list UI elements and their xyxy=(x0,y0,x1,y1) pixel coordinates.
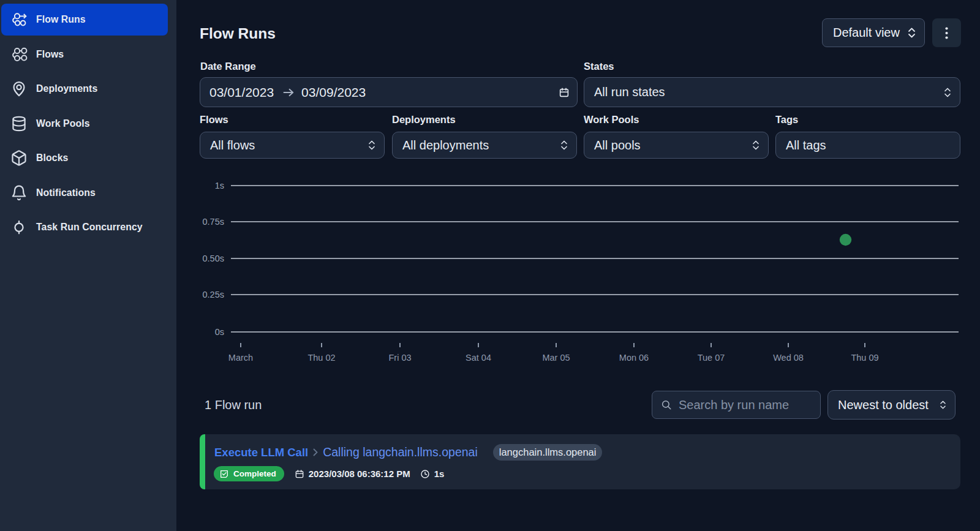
svg-text:0.25s: 0.25s xyxy=(203,290,224,299)
svg-text:Tue 07: Tue 07 xyxy=(698,353,725,363)
svg-text:Thu 09: Thu 09 xyxy=(851,353,878,363)
svg-text:0s: 0s xyxy=(215,327,224,337)
svg-text:0.50s: 0.50s xyxy=(203,254,224,263)
svg-text:Mon 06: Mon 06 xyxy=(619,353,649,363)
svg-text:1s: 1s xyxy=(215,181,224,190)
svg-text:Wed 08: Wed 08 xyxy=(773,353,804,363)
svg-text:Thu 02: Thu 02 xyxy=(307,353,335,363)
svg-text:March: March xyxy=(228,353,253,363)
svg-text:0.75s: 0.75s xyxy=(203,217,224,227)
svg-text:Mar 05: Mar 05 xyxy=(542,353,570,363)
svg-text:Fri 03: Fri 03 xyxy=(388,353,411,363)
svg-text:Sat 04: Sat 04 xyxy=(466,353,491,363)
